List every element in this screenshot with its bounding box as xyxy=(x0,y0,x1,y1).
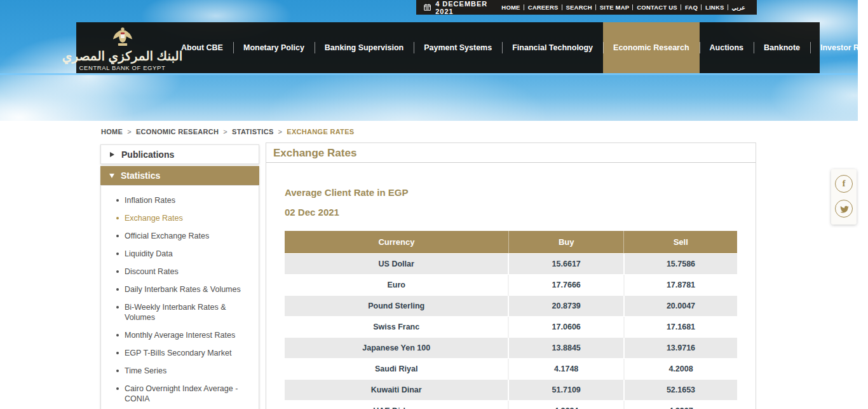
buy-cell: 51.7109 xyxy=(508,379,624,400)
toplink-arabic[interactable]: عربي xyxy=(728,4,749,11)
sidebar-item-liquidity-data[interactable]: Liquidity Data xyxy=(116,249,251,259)
buy-cell: 13.8845 xyxy=(508,337,624,358)
rate-date: 02 Dec 2021 xyxy=(285,207,737,218)
sidebar-item-exchange-rates[interactable]: Exchange Rates xyxy=(116,213,251,223)
crumb-economic-research[interactable]: ECONOMIC RESEARCH xyxy=(136,128,219,135)
table-row: US Dollar15.661715.7586 xyxy=(285,253,737,274)
nav-item-investor-relations[interactable]: Investor Relations xyxy=(810,22,868,73)
table-row: Euro17.766617.8781 xyxy=(285,274,737,295)
logo-arabic-text: البنك المركزي المصري xyxy=(62,49,182,63)
sell-cell: 15.7586 xyxy=(624,253,737,274)
nav-item-monetary-policy[interactable]: Monetary Policy xyxy=(233,22,315,73)
nav-item-payment-systems[interactable]: Payment Systems xyxy=(414,22,502,73)
toplink-site-map[interactable]: SITE MAP xyxy=(596,4,633,11)
currency-cell: UAE Dirham xyxy=(285,400,508,409)
bullet-icon xyxy=(116,352,119,354)
buy-cell: 17.0606 xyxy=(508,316,624,337)
sidebar-section-publications[interactable]: Publications xyxy=(100,144,259,164)
sell-cell: 17.1681 xyxy=(624,316,737,337)
bullet-icon xyxy=(116,370,119,372)
sidebar-section-statistics[interactable]: Statistics xyxy=(100,166,259,185)
currency-cell: Kuwaiti Dinar xyxy=(285,379,508,400)
toplink-home[interactable]: HOME xyxy=(498,4,524,11)
date-label: 4 DECEMBER 2021 xyxy=(435,0,498,15)
twitter-icon xyxy=(839,204,849,214)
chevron-down-icon xyxy=(109,174,114,178)
nav-item-banking-supervision[interactable]: Banking Supervision xyxy=(315,22,414,73)
sidebar-item-inflation-rates[interactable]: Inflation Rates xyxy=(116,195,251,205)
bullet-icon xyxy=(116,217,119,219)
table-row: UAE Dirham4.26344.2907 xyxy=(285,400,737,409)
buy-cell: 20.8739 xyxy=(508,295,624,316)
statistics-submenu: Inflation Rates Exchange Rates Official … xyxy=(100,185,259,409)
sidebar-item-time-series[interactable]: Time Series xyxy=(116,366,251,376)
calendar-icon xyxy=(424,3,431,11)
top-utility-bar: 4 DECEMBER 2021 HOME CAREERS SEARCH SITE… xyxy=(416,0,757,15)
crumb-exchange-rates: EXCHANGE RATES xyxy=(287,128,354,135)
chevron-right-icon xyxy=(110,152,114,157)
table-row: Kuwaiti Dinar51.710952.1653 xyxy=(285,379,737,400)
buy-cell: 4.1748 xyxy=(508,358,624,379)
main-navbar: البنك المركزي المصري CENTRAL BANK OF EGY… xyxy=(76,22,820,73)
facebook-icon: f xyxy=(843,178,846,189)
toplink-links[interactable]: LINKS xyxy=(702,4,728,11)
bullet-icon xyxy=(116,270,119,273)
currency-cell: Japanese Yen 100 xyxy=(285,337,508,358)
nav-item-economic-research[interactable]: Economic Research xyxy=(603,22,700,73)
bullet-icon xyxy=(116,199,119,202)
currency-cell: Saudi Riyal xyxy=(285,358,508,379)
breadcrumb-separator: > xyxy=(127,128,132,135)
table-header-row: Currency Buy Sell xyxy=(285,231,737,253)
egypt-eagle-icon xyxy=(111,27,134,48)
breadcrumb-separator: > xyxy=(223,128,227,135)
col-header-sell: Sell xyxy=(624,231,737,253)
page: 4 DECEMBER 2021 HOME CAREERS SEARCH SITE… xyxy=(0,0,868,409)
nav-item-financial-technology[interactable]: Financial Technology xyxy=(502,22,603,73)
cbe-logo[interactable]: البنك المركزي المصري CENTRAL BANK OF EGY… xyxy=(76,22,168,73)
sidebar-item-conia[interactable]: Cairo Overnight Index Average - CONIA xyxy=(116,384,251,404)
col-header-currency: Currency xyxy=(285,231,508,253)
toplink-faq[interactable]: FAQ xyxy=(681,4,702,11)
sidebar-item-egp-tbills[interactable]: EGP T-Bills Secondary Market xyxy=(116,348,251,358)
sidebar-item-official-exchange-rates[interactable]: Official Exchange Rates xyxy=(116,231,251,241)
buy-cell: 4.2634 xyxy=(508,400,624,409)
crumb-statistics[interactable]: STATISTICS xyxy=(232,128,274,135)
col-header-buy: Buy xyxy=(508,231,624,253)
sell-cell: 52.1653 xyxy=(624,379,737,400)
social-share-panel: f xyxy=(831,169,857,225)
toplink-search[interactable]: SEARCH xyxy=(562,4,596,11)
currency-cell: Swiss Franc xyxy=(285,316,508,337)
bullet-icon xyxy=(116,334,119,336)
sky-highlight-band xyxy=(0,73,858,75)
exchange-rates-table: Currency Buy Sell US Dollar15.661715.758… xyxy=(285,231,737,409)
logo-english-text: CENTRAL BANK OF EGYPT xyxy=(79,64,166,71)
buy-cell: 15.6617 xyxy=(508,253,624,274)
toplink-careers[interactable]: CAREERS xyxy=(524,4,562,11)
sidebar: Publications Statistics Inflation Rates … xyxy=(100,144,259,409)
crumb-home[interactable]: HOME xyxy=(101,128,123,135)
top-links: HOME CAREERS SEARCH SITE MAP CONTACT US … xyxy=(498,4,749,11)
nav-item-about-cbe[interactable]: About CBE xyxy=(171,22,233,73)
sell-cell: 13.9716 xyxy=(624,337,737,358)
nav-item-auctions[interactable]: Auctions xyxy=(700,22,754,73)
buy-cell: 17.7666 xyxy=(508,274,624,295)
toplink-contact-us[interactable]: CONTACT US xyxy=(633,4,681,11)
sidebar-item-biweekly-interbank[interactable]: Bi-Weekly Interbank Rates & Volumes xyxy=(116,302,251,322)
currency-cell: Euro xyxy=(285,274,508,295)
table-row: Swiss Franc17.060617.1681 xyxy=(285,316,737,337)
bullet-icon xyxy=(116,235,119,237)
breadcrumb: HOME > ECONOMIC RESEARCH > STATISTICS > … xyxy=(101,128,354,135)
statistics-label: Statistics xyxy=(121,170,160,181)
sell-cell: 4.2907 xyxy=(624,400,737,409)
bullet-icon xyxy=(116,387,119,390)
sidebar-item-monthly-avg-interest[interactable]: Monthly Average Interest Rates xyxy=(116,330,251,340)
bullet-icon xyxy=(116,253,119,255)
nav-item-banknote[interactable]: Banknote xyxy=(754,22,810,73)
table-row: Pound Sterling20.873920.0047 xyxy=(285,295,737,316)
twitter-button[interactable] xyxy=(835,200,853,218)
bullet-icon xyxy=(116,306,119,308)
sidebar-item-discount-rates[interactable]: Discount Rates xyxy=(116,267,251,277)
current-date: 4 DECEMBER 2021 xyxy=(424,0,498,15)
facebook-button[interactable]: f xyxy=(835,175,853,193)
sidebar-item-daily-interbank[interactable]: Daily Interbank Rates & Volumes xyxy=(116,284,251,295)
